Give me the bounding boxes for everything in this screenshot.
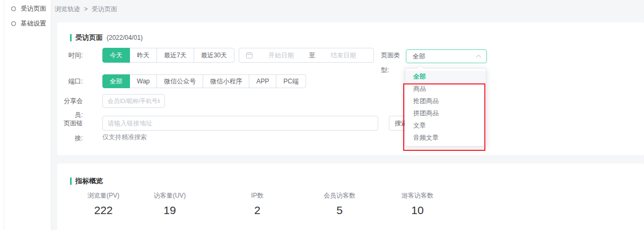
title-accent-bar [70, 34, 72, 41]
pagetype-option-goods[interactable]: 商品 [405, 83, 486, 95]
pagetype-option-grab-group-goods[interactable]: 抢团商品 [405, 95, 486, 107]
stat-value: 222 [88, 204, 119, 217]
breadcrumb-parent[interactable]: 浏览轨迹 [55, 5, 80, 13]
page-type-select[interactable]: 全部 [406, 49, 487, 63]
search-hint: 仅支持精准搜索 [102, 133, 147, 142]
page-type-selected-value: 全部 [413, 52, 477, 61]
circle-icon [11, 21, 16, 26]
metrics-title: 指标概览 [75, 176, 103, 186]
port-option-wap[interactable]: Wap [129, 74, 157, 88]
breadcrumb: 浏览轨迹 > 受访页面 [55, 5, 119, 14]
stat-uv: 访客量(UV) 19 [154, 191, 186, 217]
port-filter-row: 端口: 全部 Wap 微信公众号 微信小程序 APP PC端 [57, 74, 644, 88]
date-range-picker[interactable]: 开始日期 至 结束日期 [239, 48, 374, 63]
stat-value: 5 [324, 204, 355, 217]
breadcrumb-separator: > [84, 5, 88, 13]
stat-ip: IP数 2 [251, 191, 263, 217]
date-start-placeholder[interactable]: 开始日期 [257, 51, 305, 60]
sidebar-item-label: 基础设置 [21, 19, 46, 28]
time-option-last30days[interactable]: 最近30天 [194, 48, 234, 63]
time-button-group: 今天 昨天 最近7天 最近30天 [102, 48, 234, 63]
port-option-wechat-official[interactable]: 微信公众号 [156, 74, 203, 88]
stat-label: 访客量(UV) [154, 191, 186, 200]
page-type-label: 页面类型: [381, 48, 407, 78]
port-option-wechat-mini[interactable]: 微信小程序 [203, 74, 249, 88]
pagetype-option-article[interactable]: 文章 [405, 120, 486, 132]
stat-label: 会员访客数 [324, 191, 355, 200]
page-title: 受访页面 [75, 33, 103, 42]
page-type-dropdown: 全部 商品 抢团商品 拼团商品 文章 音频文章 [405, 68, 486, 147]
stat-value: 19 [154, 204, 186, 217]
stat-label: 浏览量(PV) [88, 191, 119, 200]
stat-value: 10 [402, 204, 433, 217]
stat-guest-visitors: 游客访客数 10 [402, 191, 433, 217]
share-member-input[interactable] [102, 94, 165, 108]
stat-label: IP数 [251, 191, 263, 200]
stat-member-visitors: 会员访客数 5 [324, 191, 355, 217]
breadcrumb-current: 受访页面 [92, 5, 117, 13]
port-filter-label: 端口: [57, 74, 83, 88]
sidebar-item-basic-settings[interactable]: 基础设置 [0, 16, 51, 31]
time-filter-label: 时间: [57, 48, 83, 63]
stat-value: 2 [251, 204, 263, 217]
filter-card: 受访页面 (2022/04/01) 时间: 今天 昨天 最近7天 最近30天 开… [57, 22, 644, 155]
page-link-input[interactable] [102, 116, 378, 131]
stat-pv: 浏览量(PV) 222 [88, 191, 119, 217]
title-accent-bar [70, 177, 72, 185]
time-option-today[interactable]: 今天 [102, 48, 130, 63]
pagetype-option-audio-article[interactable]: 音频文章 [405, 132, 486, 144]
sidebar: 受访页面 基础设置 [0, 0, 51, 230]
circle-icon [11, 6, 16, 11]
page-link-row: 页面链接: 搜索 [57, 116, 644, 131]
filter-card-title: 受访页面 (2022/04/01) [70, 33, 143, 42]
metrics-card: 指标概览 浏览量(PV) 222 访客量(UV) 19 IP数 2 会员访客数 … [57, 164, 644, 230]
page-link-label: 页面链接: [57, 116, 83, 146]
sidebar-divider [4, 0, 4, 230]
time-option-yesterday[interactable]: 昨天 [129, 48, 157, 63]
metrics-card-title: 指标概览 [70, 176, 103, 186]
time-filter-row: 时间: 今天 昨天 最近7天 最近30天 开始日期 至 结束日期 页面类型: 全… [57, 48, 644, 63]
sidebar-item-label: 受访页面 [21, 4, 46, 13]
sidebar-item-visited-pages[interactable]: 受访页面 [0, 1, 51, 16]
port-option-pc[interactable]: PC端 [276, 74, 306, 88]
title-date-note: (2022/04/01) [107, 34, 143, 41]
share-member-row: 分享会员: [57, 94, 644, 108]
pagetype-option-all[interactable]: 全部 [405, 71, 486, 83]
date-end-placeholder[interactable]: 结束日期 [320, 51, 368, 60]
pagetype-option-pin-group-goods[interactable]: 拼团商品 [405, 107, 486, 120]
calendar-icon [246, 52, 253, 59]
port-option-app[interactable]: APP [249, 74, 276, 88]
port-button-group: 全部 Wap 微信公众号 微信小程序 APP PC端 [102, 74, 306, 88]
port-option-all[interactable]: 全部 [102, 74, 130, 88]
stat-label: 游客访客数 [402, 191, 433, 200]
date-range-separator: 至 [309, 51, 316, 60]
time-option-last7days[interactable]: 最近7天 [156, 48, 194, 63]
